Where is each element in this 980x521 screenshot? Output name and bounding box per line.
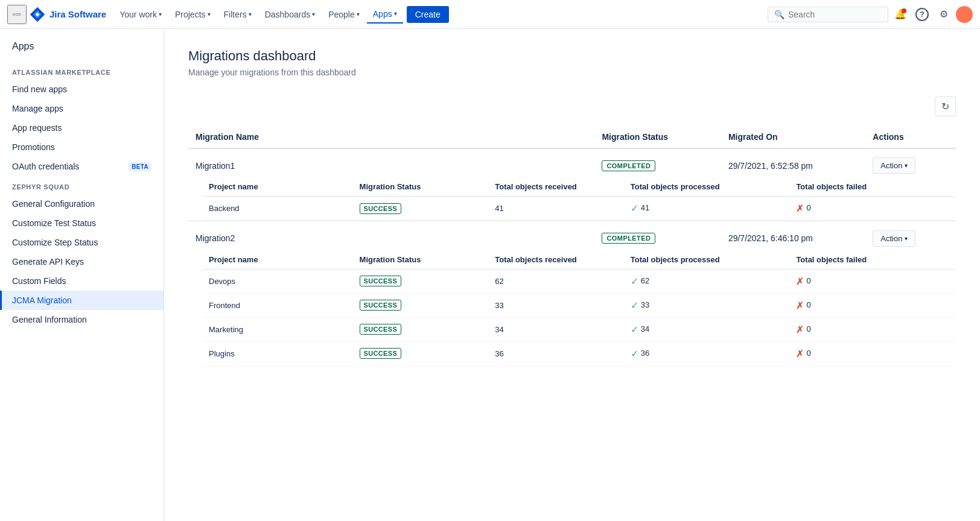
migration-group-row: Migration2 COMPLETED 29/7/2021, 6:46:10 … [188,222,956,250]
project-name-cell: Marketing [203,317,354,341]
check-icon: ✓ [631,203,638,213]
project-name-cell: Frontend [203,293,354,317]
inner-th-project-name: Project name [203,250,354,270]
gear-icon: ⚙ [940,8,948,20]
inner-project-row: Devops SUCCESS 62 ✓62 ✗0 [203,269,956,293]
x-icon: ✗ [796,276,804,286]
x-icon: ✗ [796,203,804,213]
inner-th-total-failed: Total objects failed [790,177,956,197]
sidebar-item-oauth-credentials[interactable]: OAuth credentials BETA [0,157,164,176]
project-status-cell: SUCCESS [354,341,489,365]
inner-table-row: Project name Migration Status Total obje… [188,177,956,221]
inner-th-total-failed: Total objects failed [790,250,956,270]
project-failed-cell: ✗0 [790,293,956,317]
sidebar-item-find-new-apps[interactable]: Find new apps [0,80,164,99]
refresh-area: ↻ [188,96,956,116]
project-name-cell: Backend [203,197,354,221]
grid-menu-icon[interactable]: ▫▫▫ [7,5,27,24]
chevron-icon: ▾ [249,11,252,17]
notifications-button[interactable]: 🔔 [891,5,910,24]
action-button[interactable]: Action ▾ [873,230,915,247]
check-icon: ✓ [631,276,638,286]
settings-button[interactable]: ⚙ [934,5,953,24]
refresh-icon: ↻ [941,101,949,112]
jira-logo[interactable]: Jira Software [29,6,106,23]
nav-filters[interactable]: Filters ▾ [218,6,258,23]
inner-th-total-received: Total objects received [489,177,625,197]
beta-badge: BETA [129,162,151,171]
inner-th-total-processed: Total objects processed [625,250,791,270]
refresh-button[interactable]: ↻ [935,96,956,116]
project-processed-cell: ✓41 [625,197,791,221]
inner-table: Project name Migration Status Total obje… [203,250,956,366]
nav-people[interactable]: People ▾ [322,6,366,23]
logo-text: Jira Software [49,9,106,19]
sidebar-item-promotions[interactable]: Promotions [0,137,164,157]
project-failed-cell: ✗0 [790,341,956,365]
sidebar: Apps ATLASSIAN MARKETPLACE Find new apps… [0,29,164,521]
migrations-table: Migration Name Migration Status Migrated… [188,126,956,366]
sidebar-item-app-requests[interactable]: App requests [0,118,164,137]
completed-badge: COMPLETED [602,233,655,244]
project-failed-cell: ✗0 [790,317,956,341]
success-badge: SUCCESS [360,203,402,214]
search-icon: 🔍 [774,10,784,19]
sidebar-item-customize-step-status[interactable]: Customize Step Status [0,233,164,252]
sidebar-item-manage-apps[interactable]: Manage apps [0,99,164,118]
action-button[interactable]: Action ▾ [873,157,915,174]
migration-status-cell: COMPLETED [594,148,721,177]
project-processed-cell: ✓34 [625,317,791,341]
inner-table-header: Project name Migration Status Total obje… [203,250,956,270]
sidebar-item-customize-test-status[interactable]: Customize Test Status [0,213,164,233]
jira-diamond-icon [29,6,46,23]
th-migration-status: Migration Status [594,126,721,148]
inner-project-row: Plugins SUCCESS 36 ✓36 ✗0 [203,341,956,365]
project-status-cell: SUCCESS [354,293,489,317]
main-nav: Your work ▾ Projects ▾ Filters ▾ Dashboa… [113,5,765,24]
nav-your-work[interactable]: Your work ▾ [113,6,168,23]
inner-th-total-received: Total objects received [489,250,625,270]
inner-th-migration-status: Migration Status [354,250,489,270]
top-navigation: ▫▫▫ Jira Software Your work ▾ Projects ▾… [0,0,980,29]
x-icon: ✗ [796,349,804,359]
migrations-body: Migration1 COMPLETED 29/7/2021, 6:52:58 … [188,148,956,366]
inner-project-row: Frontend SUCCESS 33 ✓33 ✗0 [203,293,956,317]
project-processed-cell: ✓36 [625,341,791,365]
migration-name-cell: Migration1 [188,148,594,177]
inner-th-project-name: Project name [203,177,354,197]
action-cell: Action ▾ [865,222,956,250]
nav-dashboards[interactable]: Dashboards ▾ [259,6,322,23]
help-button[interactable]: ? [912,5,932,24]
sidebar-item-jcma-migration[interactable]: JCMA Migration [0,291,164,310]
migration-status-cell: COMPLETED [594,222,721,250]
page-layout: Apps ATLASSIAN MARKETPLACE Find new apps… [0,29,980,521]
nav-projects[interactable]: Projects ▾ [169,6,217,23]
sidebar-item-general-configuration[interactable]: General Configuration [0,194,164,213]
search-input[interactable] [788,10,882,19]
inner-table-row: Project name Migration Status Total obje… [188,250,956,366]
inner-table-header: Project name Migration Status Total obje… [203,177,956,197]
zephyr-section-label: ZEPHYR SQUAD [0,176,164,194]
project-received-cell: 36 [489,341,625,365]
sidebar-item-generate-api-keys[interactable]: Generate API Keys [0,252,164,271]
chevron-icon: ▾ [357,11,360,17]
chevron-icon: ▾ [159,11,162,17]
avatar[interactable] [956,6,973,23]
search-box[interactable]: 🔍 [768,7,888,22]
marketplace-section-label: ATLASSIAN MARKETPLACE [0,62,164,80]
migrated-on-cell: 29/7/2021, 6:52:58 pm [721,148,865,177]
project-received-cell: 62 [489,269,625,293]
x-icon: ✗ [796,300,804,311]
x-icon: ✗ [796,324,804,335]
chevron-icon: ▾ [394,10,397,17]
sidebar-title: Apps [0,41,164,62]
sidebar-item-custom-fields[interactable]: Custom Fields [0,271,164,291]
sidebar-item-general-information[interactable]: General Information [0,310,164,329]
nav-apps[interactable]: Apps ▾ [367,5,403,24]
table-header-row: Migration Name Migration Status Migrated… [188,126,956,148]
project-processed-cell: ✓62 [625,269,791,293]
inner-table: Project name Migration Status Total obje… [203,177,956,221]
chevron-icon: ▾ [208,11,211,17]
migrated-on-cell: 29/7/2021, 6:46:10 pm [721,222,865,250]
create-button[interactable]: Create [407,6,449,23]
